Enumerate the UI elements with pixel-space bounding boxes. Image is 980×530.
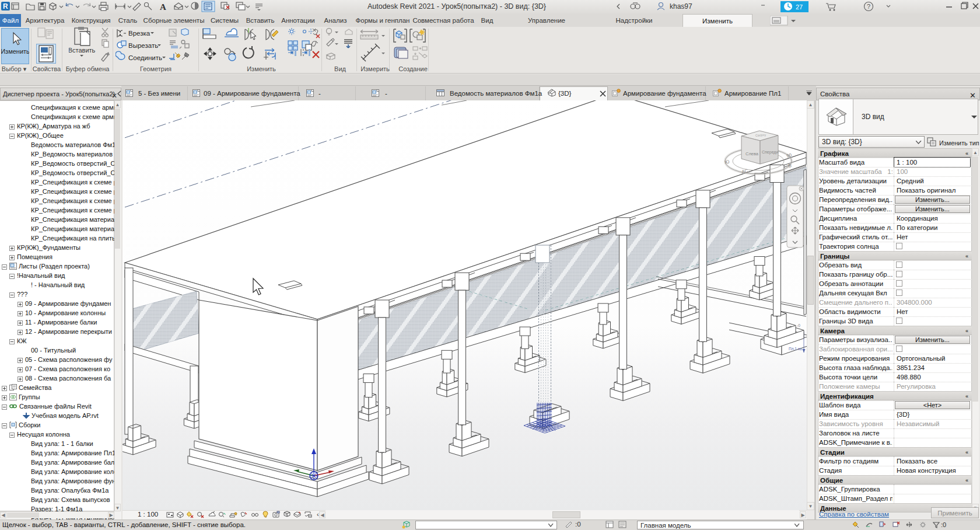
svg-text:Вырезать: Вырезать [128,42,158,49]
svg-text:Слева: Слева [746,151,759,156]
svg-text:Спереди: Спереди [762,150,778,155]
svg-text:Изменить: Изменить [1,48,29,55]
svg-text:?: ? [867,3,870,10]
svg-text:27: 27 [796,4,803,11]
svg-text:khas97: khas97 [670,2,692,11]
svg-text:A: A [160,2,166,12]
svg-text:Autodesk Revit 2021 - Урок5(по: Autodesk Revit 2021 - Урок5(попытка2) - … [368,2,546,11]
svg-text:R: R [3,2,8,11]
svg-text:Вставить: Вставить [69,47,96,54]
svg-text:Соединить: Соединить [128,54,162,61]
svg-text:Врезка: Врезка [128,30,150,37]
svg-text:Пл.1 но: Пл.1 но [789,347,802,351]
svg-text:-0: -0 [797,323,800,327]
